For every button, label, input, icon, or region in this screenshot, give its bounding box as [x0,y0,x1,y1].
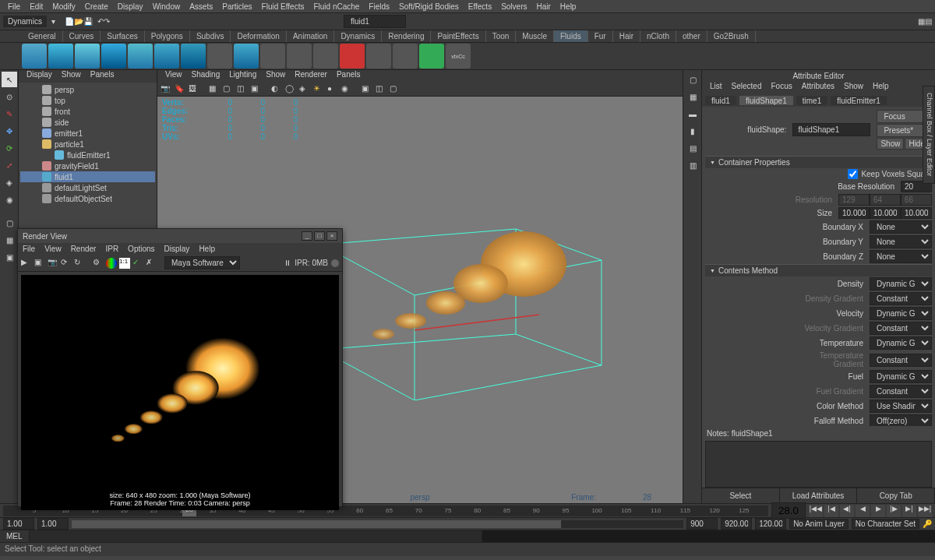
outliner-item-gravityfield1[interactable]: gravityField1 [20,160,155,171]
ae-presets-button[interactable]: Presets* [877,124,929,137]
rv-ipr-icon[interactable]: ⟳ [61,258,72,269]
vp-isolate-icon[interactable]: ▣ [362,84,372,95]
menu-particles[interactable]: Particles [217,2,256,11]
paint-tool-icon[interactable]: ✎ [2,106,17,122]
rv-menu-file[interactable]: File [21,245,37,253]
shelf-extra1-icon[interactable] [207,44,232,69]
rv-menu-options[interactable]: Options [126,245,156,253]
shelf-extra3-icon[interactable] [287,44,312,69]
vp-select-cam-icon[interactable]: 📷 [161,84,171,95]
ae-shape-field[interactable] [792,123,870,136]
shelf-tab-animation[interactable]: Animation [287,30,334,42]
shelf-play-icon[interactable] [419,44,444,69]
layout2-icon[interactable]: ▤ [925,17,932,26]
rv-settings-icon[interactable]: ⚙ [93,258,104,269]
layout-single-icon[interactable]: ▢ [2,215,17,231]
outliner-item-defaultobjectset[interactable]: defaultObjectSet [20,193,155,204]
vp-image-icon[interactable]: 🖼 [189,84,199,95]
layout-persp-icon[interactable]: ▣ [2,249,17,265]
fluid-emit-icon[interactable] [75,44,100,69]
ae-menu-help[interactable]: Help [868,82,894,94]
ae-select-button[interactable]: Select [702,488,780,503]
object-name-field[interactable]: fluid1 [344,15,406,28]
shelf-vtxcc-icon[interactable]: vtxCc [446,44,471,69]
ae-resolution-field[interactable] [838,194,870,206]
outliner-item-particle1[interactable]: particle1 [20,139,155,150]
outliner-menu-display[interactable]: Display [22,70,57,83]
ae-menu-selected[interactable]: Selected [727,82,767,94]
ae-tab-fluid1[interactable]: fluid1 [705,96,736,105]
rv-ipr-toggle-icon[interactable] [331,259,339,267]
shelf-tab-polygons[interactable]: Polygons [145,30,190,42]
ql-2h-icon[interactable]: ▬ [685,106,700,122]
vp-texture-icon[interactable]: ◈ [299,84,310,95]
ae-velocity-gradient-select[interactable]: Constant [870,322,932,335]
rv-remove-icon[interactable]: ✗ [146,258,157,269]
menu-fluidncache[interactable]: Fluid nCache [309,2,364,11]
shelf-tab-fur[interactable]: Fur [588,30,613,42]
vp-wire-icon[interactable]: ◯ [285,84,296,95]
vp-menu-renderer[interactable]: Renderer [290,70,332,83]
shelf-tab-general[interactable]: General [22,30,63,42]
outliner-menu-show[interactable]: Show [57,70,86,83]
current-frame-field[interactable] [771,502,806,519]
step-fwd-key-icon[interactable]: ▶| [902,505,916,517]
rv-menu-display[interactable]: Display [163,245,192,253]
ae-size-field[interactable] [870,207,901,219]
manip-tool-icon[interactable]: ◈ [2,174,17,190]
ql-persp-icon[interactable]: ▢ [685,72,700,87]
fluid-3d-icon[interactable] [48,44,73,69]
ae-color-method-select[interactable]: Use Shading Color [870,400,932,413]
ae-fuel-select[interactable]: Dynamic Grid [870,370,932,383]
vp-menu-show[interactable]: Show [261,70,290,83]
menu-fluideffects[interactable]: Fluid Effects [257,2,309,11]
menu-solvers[interactable]: Solvers [496,2,531,11]
ae-section-contents[interactable]: Contents Method [705,265,932,276]
outliner-item-defaultlightset[interactable]: defaultLightSet [20,182,155,193]
ae-velocity-select[interactable]: Dynamic Grid [870,307,932,320]
vp-menu-lighting[interactable]: Lighting [224,70,261,83]
ae-boundary-x-select[interactable]: None [870,220,932,234]
minimize-icon[interactable]: _ [302,231,312,241]
ae-size-field[interactable] [838,207,870,219]
lasso-tool-icon[interactable]: ⊙ [2,89,17,104]
ae-density-gradient-select[interactable]: Constant [870,292,932,305]
ae-section-container[interactable]: Container Properties [705,157,932,168]
forward-end-icon[interactable]: ▶▶| [918,505,932,517]
menu-edit[interactable]: Edit [25,2,48,11]
vp-bookmark-icon[interactable]: 🔖 [175,84,185,95]
ae-size-field[interactable] [901,207,932,219]
ae-menu-show[interactable]: Show [839,82,868,94]
vp-grid-icon[interactable]: ▦ [209,84,220,95]
ae-voxels-checkbox[interactable] [848,169,858,179]
cmd-lang-button[interactable]: MEL [0,530,29,542]
menu-fields[interactable]: Fields [364,2,394,11]
fluid-container-gizmo[interactable] [313,221,609,400]
fluid-boat-icon[interactable] [181,44,206,69]
cmd-input[interactable] [29,530,482,542]
outliner-item-side[interactable]: side [20,117,155,128]
ae-fuel-gradient-select[interactable]: Constant [870,385,932,398]
fluid-ocean-icon[interactable] [101,44,126,69]
ae-temperature-select[interactable]: Dynamic Grid [870,336,932,350]
fluid-wake-icon[interactable] [154,44,179,69]
step-back-icon[interactable]: ◀| [840,505,854,517]
ql-4-icon[interactable]: ▥ [685,157,700,173]
rv-renderer-select[interactable]: Maya Software [164,256,240,269]
range-end-vis-field[interactable] [686,518,718,530]
move-tool-icon[interactable]: ✥ [2,123,17,139]
ae-falloff-method-select[interactable]: Off(zero) [870,414,932,426]
shelf-tab-other[interactable]: other [676,30,707,42]
vp-hq-icon[interactable]: ◉ [341,84,352,95]
rotate-tool-icon[interactable]: ⟳ [2,140,17,156]
tb-new-icon[interactable]: 📄 [65,17,74,26]
ae-copy-tab-button[interactable]: Copy Tab [857,488,935,503]
rv-1to1-icon[interactable]: 1:1 [119,258,130,269]
menu-effects[interactable]: Effects [464,2,496,11]
shelf-tab-ncloth[interactable]: nCloth [640,30,676,42]
vp-menu-view[interactable]: View [161,70,187,83]
ae-load-attributes-button[interactable]: Load Attributes [780,488,858,503]
shelf-tab-dynamics[interactable]: Dynamics [334,30,382,42]
outliner-item-persp[interactable]: persp [20,84,155,95]
scale-tool-icon[interactable]: ⤢ [2,157,17,173]
